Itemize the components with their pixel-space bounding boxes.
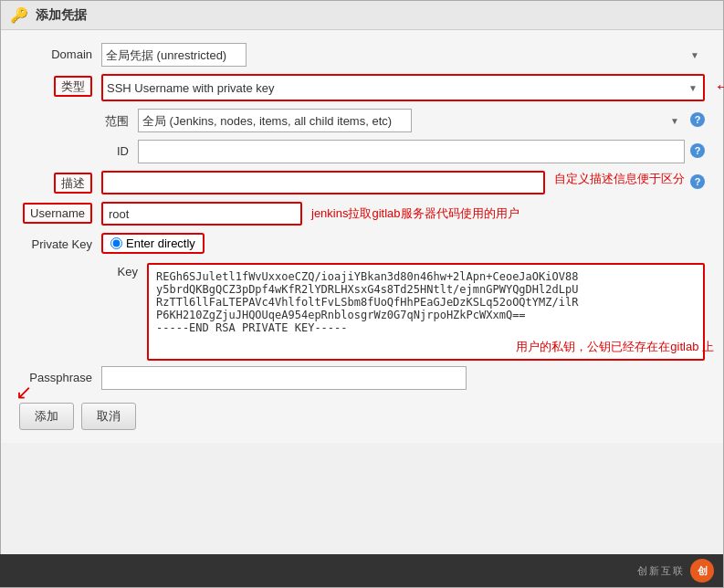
footer: 创新互联 创 — [0, 554, 723, 587]
main-window: 🔑 添加凭据 Domain 全局凭据 (unrestricted) 类型 SSH… — [0, 0, 724, 588]
username-row: Username jenkins拉取gitlab服务器代码使用的用户 — [19, 202, 705, 226]
scope-select-wrapper[interactable]: 全局 (Jenkins, nodes, items, all child ite… — [138, 109, 685, 132]
type-row: 类型 SSH Username with private key ← — [19, 74, 705, 101]
domain-select-wrapper[interactable]: 全局凭据 (unrestricted) — [101, 43, 705, 67]
id-row: ID ? — [19, 140, 705, 163]
key-textarea-row: Key REGh6SJuletl1fWvUxxoeCZQ/ioajiYBkan3… — [19, 261, 705, 361]
key-annotation: 用户的私钥，公钥已经存在在gitlab 上 — [516, 339, 714, 355]
scope-label: 范围 — [56, 109, 138, 130]
id-input[interactable] — [138, 140, 685, 163]
scope-select[interactable]: 全局 (Jenkins, nodes, items, all child ite… — [138, 109, 412, 132]
description-help-icon[interactable]: ? — [690, 174, 705, 189]
enter-directly-option[interactable]: Enter directly — [101, 233, 205, 254]
description-row: 描述 自定义描述信息便于区分 ? — [19, 171, 705, 194]
key-label: Key — [19, 261, 147, 278]
type-select[interactable]: SSH Username with private key — [103, 76, 703, 100]
domain-row: Domain 全局凭据 (unrestricted) — [19, 43, 705, 67]
username-input[interactable] — [101, 202, 302, 226]
username-annotation: jenkins拉取gitlab服务器代码使用的用户 — [311, 202, 519, 222]
description-label: 描述 — [19, 171, 101, 192]
button-row: ↙ 添加 取消 — [19, 403, 705, 430]
scope-row: 范围 全局 (Jenkins, nodes, items, all child … — [19, 109, 705, 132]
private-key-row: Private Key Enter directly — [19, 233, 705, 254]
domain-select[interactable]: 全局凭据 (unrestricted) — [101, 43, 247, 67]
key-textarea-container: REGh6SJuletl1fWvUxxoeCZQ/ioajiYBkan3d80n… — [147, 261, 705, 361]
type-select-wrapper[interactable]: SSH Username with private key — [101, 74, 705, 101]
enter-directly-label: Enter directly — [126, 236, 195, 250]
passphrase-input[interactable] — [101, 366, 467, 390]
add-arrow-icon: ↙ — [16, 381, 32, 404]
title-bar: 🔑 添加凭据 — [1, 1, 723, 30]
type-arrow-icon: ← — [714, 76, 724, 97]
description-annotation: 自定义描述信息便于区分 — [554, 171, 685, 187]
passphrase-row: Passphrase — [19, 366, 705, 390]
domain-label: Domain — [19, 43, 101, 61]
enter-directly-radio[interactable] — [110, 237, 122, 249]
id-help-icon[interactable]: ? — [690, 143, 705, 158]
page-title: 添加凭据 — [36, 7, 87, 24]
title-icon: 🔑 — [10, 6, 28, 24]
id-label: ID — [56, 140, 138, 158]
watermark-text: 创新互联 — [637, 564, 685, 578]
add-button[interactable]: 添加 — [19, 403, 74, 430]
private-key-label: Private Key — [19, 233, 101, 251]
username-label: Username — [19, 202, 101, 220]
private-key-options: Enter directly — [101, 233, 205, 254]
cancel-button[interactable]: 取消 — [81, 403, 136, 430]
description-input[interactable] — [101, 171, 545, 194]
form-content: Domain 全局凭据 (unrestricted) 类型 SSH Userna… — [1, 30, 723, 443]
scope-help-icon[interactable]: ? — [690, 112, 705, 127]
footer-logo-icon: 创 — [690, 559, 714, 583]
type-label: 类型 — [19, 74, 101, 95]
